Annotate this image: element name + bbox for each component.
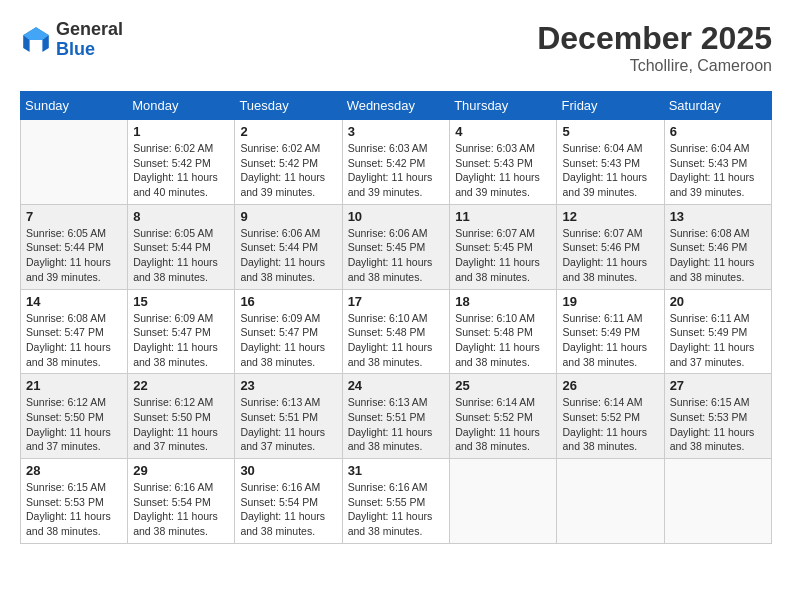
day-info: Sunrise: 6:07 AM Sunset: 5:45 PM Dayligh… <box>455 226 551 285</box>
day-number: 17 <box>348 294 445 309</box>
logo: General Blue <box>20 20 123 60</box>
day-number: 11 <box>455 209 551 224</box>
calendar-cell: 15Sunrise: 6:09 AM Sunset: 5:47 PM Dayli… <box>128 289 235 374</box>
calendar-cell: 6Sunrise: 6:04 AM Sunset: 5:43 PM Daylig… <box>664 120 771 205</box>
day-info: Sunrise: 6:15 AM Sunset: 5:53 PM Dayligh… <box>26 480 122 539</box>
day-info: Sunrise: 6:05 AM Sunset: 5:44 PM Dayligh… <box>26 226 122 285</box>
day-number: 16 <box>240 294 336 309</box>
calendar-cell: 10Sunrise: 6:06 AM Sunset: 5:45 PM Dayli… <box>342 204 450 289</box>
day-info: Sunrise: 6:02 AM Sunset: 5:42 PM Dayligh… <box>133 141 229 200</box>
calendar-week-row: 14Sunrise: 6:08 AM Sunset: 5:47 PM Dayli… <box>21 289 772 374</box>
calendar-cell: 27Sunrise: 6:15 AM Sunset: 5:53 PM Dayli… <box>664 374 771 459</box>
day-number: 28 <box>26 463 122 478</box>
calendar-cell: 3Sunrise: 6:03 AM Sunset: 5:42 PM Daylig… <box>342 120 450 205</box>
calendar-cell: 2Sunrise: 6:02 AM Sunset: 5:42 PM Daylig… <box>235 120 342 205</box>
weekday-header-thursday: Thursday <box>450 92 557 120</box>
calendar-cell: 7Sunrise: 6:05 AM Sunset: 5:44 PM Daylig… <box>21 204 128 289</box>
day-number: 21 <box>26 378 122 393</box>
day-number: 10 <box>348 209 445 224</box>
calendar-cell: 17Sunrise: 6:10 AM Sunset: 5:48 PM Dayli… <box>342 289 450 374</box>
day-info: Sunrise: 6:14 AM Sunset: 5:52 PM Dayligh… <box>455 395 551 454</box>
day-info: Sunrise: 6:13 AM Sunset: 5:51 PM Dayligh… <box>240 395 336 454</box>
day-info: Sunrise: 6:06 AM Sunset: 5:45 PM Dayligh… <box>348 226 445 285</box>
calendar-cell <box>664 459 771 544</box>
calendar-cell: 21Sunrise: 6:12 AM Sunset: 5:50 PM Dayli… <box>21 374 128 459</box>
weekday-header-saturday: Saturday <box>664 92 771 120</box>
day-number: 30 <box>240 463 336 478</box>
calendar-cell: 28Sunrise: 6:15 AM Sunset: 5:53 PM Dayli… <box>21 459 128 544</box>
calendar-cell: 20Sunrise: 6:11 AM Sunset: 5:49 PM Dayli… <box>664 289 771 374</box>
calendar-week-row: 21Sunrise: 6:12 AM Sunset: 5:50 PM Dayli… <box>21 374 772 459</box>
day-number: 7 <box>26 209 122 224</box>
calendar-cell: 13Sunrise: 6:08 AM Sunset: 5:46 PM Dayli… <box>664 204 771 289</box>
day-number: 23 <box>240 378 336 393</box>
day-number: 26 <box>562 378 658 393</box>
calendar-week-row: 28Sunrise: 6:15 AM Sunset: 5:53 PM Dayli… <box>21 459 772 544</box>
day-number: 29 <box>133 463 229 478</box>
day-info: Sunrise: 6:13 AM Sunset: 5:51 PM Dayligh… <box>348 395 445 454</box>
day-number: 5 <box>562 124 658 139</box>
day-number: 15 <box>133 294 229 309</box>
day-number: 3 <box>348 124 445 139</box>
weekday-header-row: SundayMondayTuesdayWednesdayThursdayFrid… <box>21 92 772 120</box>
calendar-cell <box>557 459 664 544</box>
calendar-cell: 14Sunrise: 6:08 AM Sunset: 5:47 PM Dayli… <box>21 289 128 374</box>
day-info: Sunrise: 6:10 AM Sunset: 5:48 PM Dayligh… <box>348 311 445 370</box>
day-number: 18 <box>455 294 551 309</box>
day-number: 9 <box>240 209 336 224</box>
calendar-cell: 8Sunrise: 6:05 AM Sunset: 5:44 PM Daylig… <box>128 204 235 289</box>
calendar-cell: 23Sunrise: 6:13 AM Sunset: 5:51 PM Dayli… <box>235 374 342 459</box>
day-number: 8 <box>133 209 229 224</box>
calendar-cell <box>450 459 557 544</box>
calendar-cell <box>21 120 128 205</box>
calendar-cell: 9Sunrise: 6:06 AM Sunset: 5:44 PM Daylig… <box>235 204 342 289</box>
title-block: December 2025 Tchollire, Cameroon <box>537 20 772 75</box>
day-info: Sunrise: 6:08 AM Sunset: 5:47 PM Dayligh… <box>26 311 122 370</box>
calendar-cell: 31Sunrise: 6:16 AM Sunset: 5:55 PM Dayli… <box>342 459 450 544</box>
day-number: 25 <box>455 378 551 393</box>
day-info: Sunrise: 6:14 AM Sunset: 5:52 PM Dayligh… <box>562 395 658 454</box>
weekday-header-monday: Monday <box>128 92 235 120</box>
day-info: Sunrise: 6:03 AM Sunset: 5:43 PM Dayligh… <box>455 141 551 200</box>
day-info: Sunrise: 6:15 AM Sunset: 5:53 PM Dayligh… <box>670 395 766 454</box>
calendar-cell: 19Sunrise: 6:11 AM Sunset: 5:49 PM Dayli… <box>557 289 664 374</box>
calendar-cell: 18Sunrise: 6:10 AM Sunset: 5:48 PM Dayli… <box>450 289 557 374</box>
day-info: Sunrise: 6:04 AM Sunset: 5:43 PM Dayligh… <box>670 141 766 200</box>
day-info: Sunrise: 6:03 AM Sunset: 5:42 PM Dayligh… <box>348 141 445 200</box>
day-number: 22 <box>133 378 229 393</box>
calendar-cell: 4Sunrise: 6:03 AM Sunset: 5:43 PM Daylig… <box>450 120 557 205</box>
day-info: Sunrise: 6:16 AM Sunset: 5:54 PM Dayligh… <box>133 480 229 539</box>
day-number: 2 <box>240 124 336 139</box>
calendar-cell: 24Sunrise: 6:13 AM Sunset: 5:51 PM Dayli… <box>342 374 450 459</box>
calendar-table: SundayMondayTuesdayWednesdayThursdayFrid… <box>20 91 772 544</box>
day-info: Sunrise: 6:02 AM Sunset: 5:42 PM Dayligh… <box>240 141 336 200</box>
day-info: Sunrise: 6:06 AM Sunset: 5:44 PM Dayligh… <box>240 226 336 285</box>
calendar-cell: 25Sunrise: 6:14 AM Sunset: 5:52 PM Dayli… <box>450 374 557 459</box>
weekday-header-friday: Friday <box>557 92 664 120</box>
day-number: 4 <box>455 124 551 139</box>
day-info: Sunrise: 6:16 AM Sunset: 5:54 PM Dayligh… <box>240 480 336 539</box>
calendar-cell: 22Sunrise: 6:12 AM Sunset: 5:50 PM Dayli… <box>128 374 235 459</box>
calendar-week-row: 1Sunrise: 6:02 AM Sunset: 5:42 PM Daylig… <box>21 120 772 205</box>
day-number: 14 <box>26 294 122 309</box>
day-number: 6 <box>670 124 766 139</box>
day-info: Sunrise: 6:08 AM Sunset: 5:46 PM Dayligh… <box>670 226 766 285</box>
weekday-header-wednesday: Wednesday <box>342 92 450 120</box>
day-number: 13 <box>670 209 766 224</box>
day-info: Sunrise: 6:07 AM Sunset: 5:46 PM Dayligh… <box>562 226 658 285</box>
calendar-cell: 12Sunrise: 6:07 AM Sunset: 5:46 PM Dayli… <box>557 204 664 289</box>
day-info: Sunrise: 6:16 AM Sunset: 5:55 PM Dayligh… <box>348 480 445 539</box>
day-number: 27 <box>670 378 766 393</box>
logo-icon <box>20 24 52 56</box>
day-number: 20 <box>670 294 766 309</box>
calendar-cell: 30Sunrise: 6:16 AM Sunset: 5:54 PM Dayli… <box>235 459 342 544</box>
calendar-cell: 29Sunrise: 6:16 AM Sunset: 5:54 PM Dayli… <box>128 459 235 544</box>
day-info: Sunrise: 6:04 AM Sunset: 5:43 PM Dayligh… <box>562 141 658 200</box>
location-title: Tchollire, Cameroon <box>537 57 772 75</box>
day-number: 1 <box>133 124 229 139</box>
day-info: Sunrise: 6:10 AM Sunset: 5:48 PM Dayligh… <box>455 311 551 370</box>
day-info: Sunrise: 6:12 AM Sunset: 5:50 PM Dayligh… <box>133 395 229 454</box>
calendar-cell: 1Sunrise: 6:02 AM Sunset: 5:42 PM Daylig… <box>128 120 235 205</box>
day-number: 19 <box>562 294 658 309</box>
day-info: Sunrise: 6:12 AM Sunset: 5:50 PM Dayligh… <box>26 395 122 454</box>
